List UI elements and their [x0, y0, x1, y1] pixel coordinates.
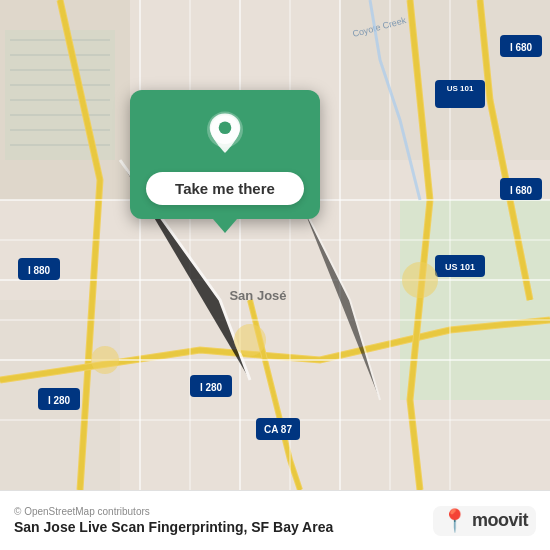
map-container[interactable]: I 880 I 280 I 280 US 101 US 101 I 680 CA…	[0, 0, 550, 490]
svg-rect-5	[5, 30, 115, 160]
svg-text:US 101: US 101	[447, 84, 474, 93]
svg-point-47	[234, 324, 266, 356]
svg-point-45	[402, 262, 438, 298]
osm-attribution: © OpenStreetMap contributors	[14, 506, 333, 517]
svg-text:San José: San José	[229, 288, 286, 303]
footer: © OpenStreetMap contributors San Jose Li…	[0, 490, 550, 550]
map-background: I 880 I 280 I 280 US 101 US 101 I 680 CA…	[0, 0, 550, 490]
svg-text:CA 87: CA 87	[264, 424, 292, 435]
popup-triangle	[213, 219, 237, 233]
popup-card: Take me there	[130, 90, 320, 219]
moovit-logo-text: moovit	[472, 510, 528, 531]
svg-text:US 101: US 101	[445, 262, 475, 272]
take-me-there-button[interactable]: Take me there	[146, 172, 304, 205]
location-title: San Jose Live Scan Fingerprinting, SF Ba…	[14, 519, 333, 535]
moovit-pin-icon: 📍	[441, 510, 468, 532]
svg-point-50	[219, 122, 232, 135]
moovit-logo-box: 📍 moovit	[433, 506, 536, 536]
popup-overlay: Take me there	[130, 90, 320, 233]
svg-text:I 280: I 280	[48, 395, 71, 406]
svg-text:I 680: I 680	[510, 185, 533, 196]
location-pin-icon	[198, 108, 252, 162]
footer-left: © OpenStreetMap contributors San Jose Li…	[14, 506, 333, 535]
svg-text:I 280: I 280	[200, 382, 223, 393]
moovit-logo: 📍 moovit	[433, 506, 536, 536]
svg-text:I 680: I 680	[510, 42, 533, 53]
svg-text:I 880: I 880	[28, 265, 51, 276]
svg-point-46	[91, 346, 119, 374]
